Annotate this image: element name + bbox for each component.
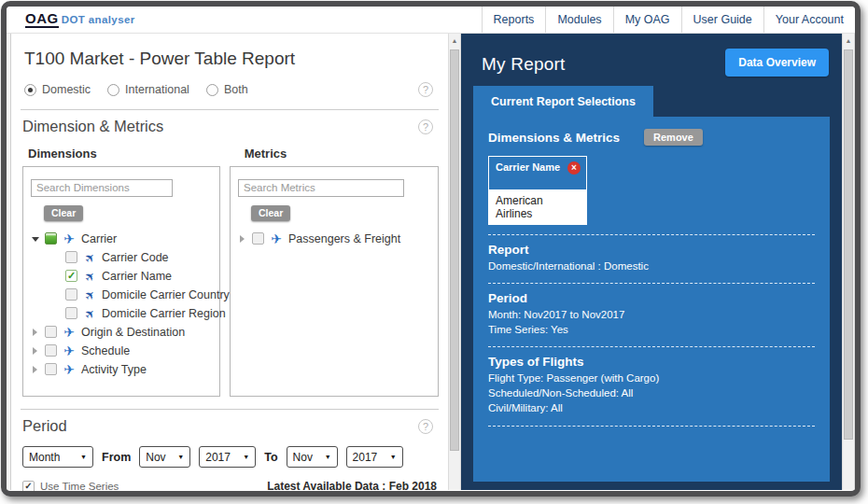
tree-item-label: Origin & Destination bbox=[81, 326, 185, 339]
tree-item-carrier[interactable]: ✓ ✈ Carrier bbox=[31, 230, 212, 248]
checkbox[interactable]: ✓ bbox=[65, 288, 77, 301]
my-report-pane: My Report Data Overview Current Report S… bbox=[461, 34, 842, 490]
radio-label: Domestic bbox=[42, 83, 91, 96]
remove-button[interactable]: Remove bbox=[644, 129, 703, 146]
summary-section-title: Types of Flights bbox=[488, 355, 815, 369]
radio-international[interactable]: International bbox=[107, 83, 189, 96]
nav-reports[interactable]: Reports bbox=[482, 7, 546, 33]
to-label: To bbox=[264, 451, 277, 464]
tree-item-carrier-code[interactable]: ✓ ✈ Carrier Code bbox=[31, 248, 212, 267]
help-icon[interactable]: ? bbox=[418, 419, 433, 434]
help-icon[interactable]: ? bbox=[418, 82, 433, 97]
checkbox[interactable]: ✓ bbox=[252, 232, 264, 245]
summary-line: Flight Type: Passenger (with Cargo) bbox=[488, 371, 815, 385]
left-pane-scrollbar[interactable]: ▲ bbox=[448, 34, 461, 490]
types-of-flights-summary-section: Types of Flights Flight Type: Passenger … bbox=[488, 355, 815, 415]
checkbox[interactable]: ✓ bbox=[45, 326, 57, 338]
dot-analyser-logo-text: DOT analyser bbox=[62, 14, 135, 25]
tree-item-activity-type[interactable]: ✓ ✈ Activity Type bbox=[31, 360, 212, 379]
my-report-header: My Report Data Overview bbox=[461, 34, 842, 77]
selections-header: Dimensions & Metrics Remove bbox=[488, 129, 815, 146]
dashed-divider bbox=[488, 346, 815, 347]
tab-current-report-selections[interactable]: Current Report Selections bbox=[473, 86, 653, 117]
dashed-divider bbox=[488, 426, 815, 427]
use-time-series-label: Use Time Series bbox=[40, 481, 119, 492]
caret-icon[interactable] bbox=[31, 346, 40, 356]
tree-item-domicile-carrier-country[interactable]: ✓ ✈ Domicile Carrier Country bbox=[31, 286, 212, 304]
data-overview-button[interactable]: Data Overview bbox=[725, 49, 829, 77]
airplane-icon: ✈ bbox=[62, 231, 77, 247]
help-icon[interactable]: ? bbox=[418, 119, 433, 134]
scrollbar-thumb[interactable] bbox=[844, 49, 853, 440]
tree-item-label: Passengers & Freight bbox=[288, 232, 400, 245]
tree-item-origin-destination[interactable]: ✓ ✈ Origin & Destination bbox=[31, 323, 212, 342]
caret-icon[interactable] bbox=[31, 234, 40, 244]
airplane-icon: ✈ bbox=[82, 305, 97, 322]
nav-your-account[interactable]: Your Account bbox=[763, 7, 855, 33]
to-year-select[interactable]: 2017 ▼ bbox=[346, 446, 403, 468]
search-metrics-input[interactable] bbox=[238, 179, 404, 197]
checkbox[interactable]: ✓ bbox=[45, 363, 57, 375]
nav-my-oag[interactable]: My OAG bbox=[613, 7, 681, 33]
close-icon[interactable]: × bbox=[567, 161, 581, 175]
tree-boxes: Clear ✓ ✈ Carrier ✓ ✈ bbox=[22, 166, 439, 397]
checkbox[interactable]: ✓ bbox=[45, 232, 57, 245]
scrollbar-thumb[interactable] bbox=[450, 49, 459, 451]
airplane-icon: ✈ bbox=[62, 343, 77, 359]
scope-radio-group: Domestic International Both ? bbox=[24, 82, 439, 97]
selections-title: Dimensions & Metrics bbox=[488, 131, 620, 145]
radio-button-icon[interactable] bbox=[24, 84, 36, 96]
tree-item-label: Carrier bbox=[81, 232, 117, 245]
clear-dimensions-button[interactable]: Clear bbox=[44, 205, 83, 221]
granularity-value: Month bbox=[29, 451, 60, 464]
selection-field-name: Carrier Name bbox=[496, 161, 560, 173]
scroll-up-icon[interactable]: ▲ bbox=[843, 34, 854, 48]
tree-item-label: Domicile Carrier Region bbox=[102, 307, 226, 320]
metrics-box: Clear ✓ ✈ Passengers & Freight bbox=[230, 166, 439, 397]
tree-item-passengers-freight[interactable]: ✓ ✈ Passengers & Freight bbox=[238, 230, 430, 248]
current-report-selections-panel: Dimensions & Metrics Remove Carrier Name… bbox=[473, 117, 830, 482]
divider bbox=[21, 109, 439, 110]
tree-item-carrier-name[interactable]: ✓ ✈ Carrier Name bbox=[31, 267, 212, 286]
section-title: Dimension & Metrics bbox=[22, 118, 163, 135]
summary-line: Domestic/International : Domestic bbox=[488, 259, 815, 273]
caret-icon[interactable] bbox=[31, 365, 40, 374]
radio-button-icon[interactable] bbox=[107, 84, 119, 96]
from-year-select[interactable]: 2017 ▼ bbox=[199, 446, 256, 468]
nav-user-guide[interactable]: User Guide bbox=[681, 7, 763, 33]
checkbox[interactable]: ✓ bbox=[65, 270, 77, 282]
page-scrollbar[interactable]: ▲ bbox=[842, 34, 855, 490]
nav-modules[interactable]: Modules bbox=[545, 7, 612, 33]
search-dimensions-input[interactable] bbox=[31, 179, 173, 197]
tree-item-label: Schedule bbox=[81, 344, 130, 357]
radio-label: International bbox=[125, 83, 189, 96]
report-builder-pane: T100 Market - Power Table Report Domesti… bbox=[11, 34, 448, 490]
clear-metrics-button[interactable]: Clear bbox=[251, 205, 290, 221]
tree-item-domicile-carrier-region[interactable]: ✓ ✈ Domicile Carrier Region bbox=[31, 304, 212, 323]
use-time-series-checkbox[interactable]: ✓ bbox=[22, 481, 35, 493]
from-month-value: Nov bbox=[146, 451, 165, 464]
radio-domestic[interactable]: Domestic bbox=[24, 83, 91, 96]
column-labels: Dimensions Metrics bbox=[28, 147, 439, 161]
from-month-select[interactable]: Nov ▼ bbox=[139, 446, 190, 468]
period-header: Period ? bbox=[22, 417, 439, 435]
chevron-down-icon: ▼ bbox=[80, 454, 87, 460]
tree-item-label: Domicile Carrier Country bbox=[102, 288, 230, 301]
caret-icon[interactable] bbox=[31, 328, 40, 337]
chevron-down-icon: ▼ bbox=[177, 454, 184, 460]
radio-button-icon[interactable] bbox=[206, 84, 218, 96]
metrics-column-label: Metrics bbox=[245, 147, 287, 161]
oag-logo: OAG DOT analyser bbox=[7, 7, 135, 33]
to-month-select[interactable]: Nov ▼ bbox=[287, 446, 338, 468]
radio-both[interactable]: Both bbox=[206, 83, 248, 96]
checkbox[interactable]: ✓ bbox=[65, 251, 77, 263]
summary-line: Civil/Military: All bbox=[488, 400, 815, 415]
granularity-select[interactable]: Month ▼ bbox=[22, 446, 93, 468]
scroll-up-icon[interactable]: ▲ bbox=[449, 34, 460, 48]
airplane-icon: ✈ bbox=[82, 249, 97, 266]
caret-icon[interactable] bbox=[238, 234, 247, 244]
period-summary-section: Period Month: Nov2017 to Nov2017 Time Se… bbox=[488, 291, 815, 337]
checkbox[interactable]: ✓ bbox=[65, 307, 77, 319]
checkbox[interactable]: ✓ bbox=[45, 344, 57, 357]
tree-item-schedule[interactable]: ✓ ✈ Schedule bbox=[31, 342, 212, 360]
